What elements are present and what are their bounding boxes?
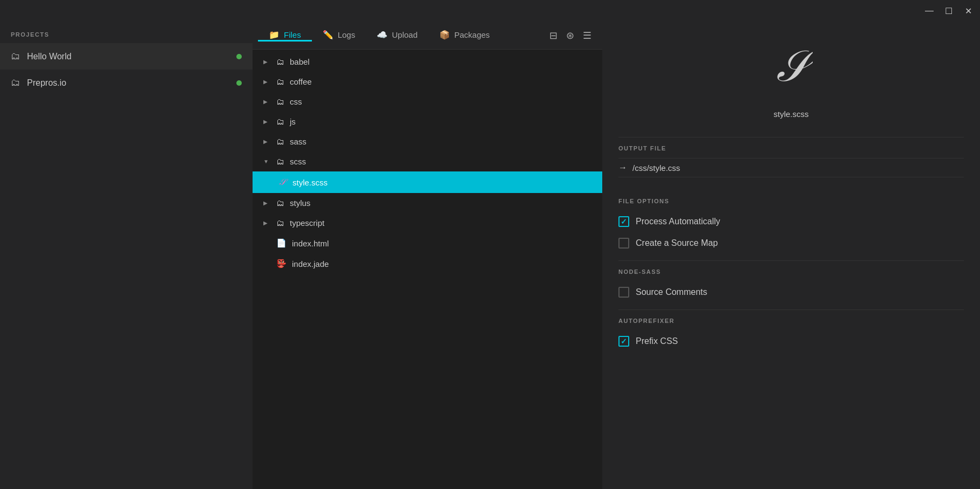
maximize-button[interactable]: ☐ (943, 5, 954, 16)
minimize-button[interactable]: — (924, 5, 935, 16)
folder-icon: 🗂 (276, 157, 284, 166)
output-file-section: OUTPUT FILE → /css/style.css (618, 140, 964, 188)
projects-header: PROJECTS (0, 22, 253, 43)
divider-2 (618, 260, 964, 261)
refresh-icon[interactable]: ⊛ (566, 30, 574, 42)
preview-file-name: style.scss (773, 109, 808, 119)
folder-name: stylus (290, 198, 310, 208)
title-bar: — ☐ ✕ (0, 0, 980, 22)
arrow-right-icon: → (618, 163, 627, 173)
file-style-scss[interactable]: 𝒮 style.scss (253, 171, 602, 193)
file-list: ▶ 🗂 babel ▶ 🗂 coffee ▶ 🗂 css ▶ 🗂 js ▶ (253, 50, 602, 489)
output-path-value: /css/style.css (632, 163, 680, 173)
tab-upload-label: Upload (392, 30, 418, 39)
folder-name: babel (290, 57, 310, 66)
folder-name: scss (290, 157, 306, 166)
folder-name: js (290, 117, 296, 126)
center-panel: 📁 Files ✏️ Logs ☁️ Upload 📦 Packages ⊟ (253, 22, 602, 489)
folder-icon: 🗂 (11, 51, 21, 62)
autoprefixer-label: AUTOPREFIXER (618, 318, 964, 324)
file-name: index.jade (292, 259, 329, 268)
folder-icon: 🗂 (11, 77, 21, 88)
menu-icon[interactable]: ☰ (583, 30, 591, 42)
prefix-css-label: Prefix CSS (636, 336, 678, 346)
scss-preview-icon: 𝒮 (770, 43, 813, 102)
option-source-comments[interactable]: Source Comments (618, 281, 964, 303)
output-file-row: → /css/style.css (618, 158, 964, 177)
folder-sass[interactable]: ▶ 🗂 sass (253, 132, 602, 151)
file-index-html[interactable]: ▶ 📄 index.html (253, 233, 602, 253)
toolbar-right: ⊟ ⊛ ☰ (549, 30, 597, 42)
project-item-prepros[interactable]: 🗂 Prepros.io (0, 70, 253, 96)
divider-3 (618, 309, 964, 310)
chevron-right-icon: ▶ (263, 99, 271, 105)
node-sass-label: NODE-SASS (618, 268, 964, 275)
project-item-hello-world[interactable]: 🗂 Hello World (0, 43, 253, 70)
tab-logs[interactable]: ✏️ Logs (312, 30, 366, 42)
folder-name: typescript (290, 218, 324, 228)
folder-icon: 🗂 (276, 77, 284, 86)
file-index-jade[interactable]: ▶ 👺 index.jade (253, 253, 602, 274)
logs-icon: ✏️ (323, 30, 334, 40)
status-dot (236, 80, 242, 86)
chevron-right-icon: ▶ (263, 220, 271, 226)
folder-name: sass (290, 137, 307, 146)
scss-file-icon: 𝒮 (276, 177, 287, 188)
chevron-right-icon: ▶ (263, 139, 271, 144)
folder-css[interactable]: ▶ 🗂 css (253, 92, 602, 112)
project-name: Hello World (27, 52, 230, 61)
project-name: Prepros.io (27, 78, 230, 88)
folder-js[interactable]: ▶ 🗂 js (253, 112, 602, 132)
folder-icon: 🗂 (276, 97, 284, 106)
folder-scss[interactable]: ▼ 🗂 scss (253, 151, 602, 171)
main-area: PROJECTS 🗂 Hello World 🗂 Prepros.io 📁 Fi… (0, 22, 980, 489)
source-comments-label: Source Comments (636, 287, 707, 297)
tab-files[interactable]: 📁 Files (258, 30, 312, 42)
split-view-icon[interactable]: ⊟ (549, 30, 557, 42)
chevron-down-icon: ▼ (263, 159, 271, 164)
process-auto-label: Process Automatically (636, 217, 720, 226)
folder-coffee[interactable]: ▶ 🗂 coffee (253, 72, 602, 92)
folder-icon: 🗂 (276, 137, 284, 146)
file-name: index.html (292, 239, 329, 248)
divider (618, 137, 964, 137)
node-sass-section: NODE-SASS Source Comments (618, 263, 964, 303)
upload-icon: ☁️ (377, 30, 387, 40)
folder-typescript[interactable]: ▶ 🗂 typescript (253, 213, 602, 233)
folder-icon: 🗂 (276, 117, 284, 126)
packages-icon: 📦 (439, 30, 450, 40)
tabs-toolbar: 📁 Files ✏️ Logs ☁️ Upload 📦 Packages ⊟ (258, 30, 597, 42)
tabs-bar: 📁 Files ✏️ Logs ☁️ Upload 📦 Packages ⊟ (253, 22, 602, 50)
close-button[interactable]: ✕ (963, 5, 974, 16)
file-preview: 𝒮 style.scss (618, 32, 964, 135)
tab-packages[interactable]: 📦 Packages (428, 30, 501, 42)
jade-file-icon: 👺 (276, 259, 287, 268)
folder-babel[interactable]: ▶ 🗂 babel (253, 52, 602, 72)
folder-name: coffee (290, 77, 312, 86)
file-options-label: FILE OPTIONS (618, 198, 964, 204)
folder-icon: 🗂 (276, 218, 284, 228)
tab-packages-label: Packages (454, 30, 490, 39)
svg-text:𝒮: 𝒮 (775, 43, 813, 90)
source-map-checkbox[interactable] (618, 238, 629, 249)
chevron-right-icon: ▶ (263, 119, 271, 125)
folder-stylus[interactable]: ▶ 🗂 stylus (253, 193, 602, 213)
html-file-icon: 📄 (276, 238, 287, 248)
chevron-right-icon: ▶ (263, 59, 271, 65)
status-dot (236, 54, 242, 59)
right-panel: 𝒮 style.scss OUTPUT FILE → /css/style.cs… (602, 22, 980, 489)
tab-logs-label: Logs (338, 30, 356, 39)
tab-upload[interactable]: ☁️ Upload (366, 30, 428, 42)
source-map-label: Create a Source Map (636, 238, 718, 248)
process-auto-checkbox[interactable] (618, 216, 629, 227)
option-prefix-css[interactable]: Prefix CSS (618, 330, 964, 352)
file-options-section: FILE OPTIONS Process Automatically Creat… (618, 192, 964, 254)
folder-icon: 🗂 (276, 198, 284, 208)
folder-name: css (290, 97, 302, 106)
output-file-label: OUTPUT FILE (618, 145, 964, 151)
option-source-map[interactable]: Create a Source Map (618, 232, 964, 254)
source-comments-checkbox[interactable] (618, 287, 629, 298)
tab-files-label: Files (284, 30, 301, 39)
prefix-css-checkbox[interactable] (618, 336, 629, 347)
option-process-auto[interactable]: Process Automatically (618, 211, 964, 232)
